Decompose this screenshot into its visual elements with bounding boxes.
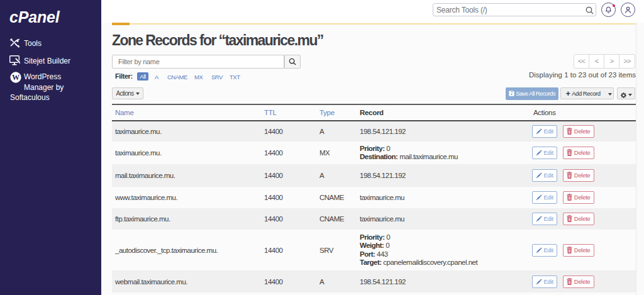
svg-text:W: W [12, 73, 19, 82]
